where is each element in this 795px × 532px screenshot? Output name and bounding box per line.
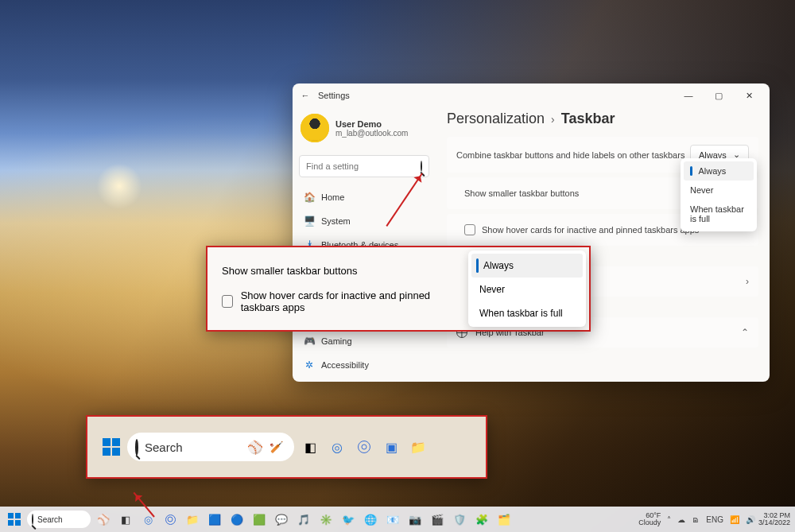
app-title: Settings bbox=[318, 91, 350, 100]
zoom-start-button[interactable] bbox=[100, 436, 122, 458]
onedrive-icon[interactable]: ☁ bbox=[677, 515, 685, 524]
taskbar-search-text: Search bbox=[37, 515, 63, 524]
taskbar-app-icon[interactable]: 🟦 bbox=[205, 510, 224, 529]
smaller-buttons-dropdown: Always Never When taskbar is full bbox=[681, 158, 757, 231]
user-block[interactable]: User Demo m_lab@outlook.com bbox=[301, 114, 429, 142]
system-icon: 🖥️ bbox=[304, 216, 315, 227]
search-icon bbox=[421, 161, 422, 171]
zoom-label-smaller: Show smaller taskbar buttons bbox=[222, 265, 454, 277]
sidebar-item-system[interactable]: 🖥️System bbox=[299, 211, 429, 231]
breadcrumb-parent[interactable]: Personalization bbox=[447, 111, 545, 127]
taskbar-baseball-icon[interactable]: ⚾ bbox=[94, 510, 113, 529]
sidebar-item-gaming[interactable]: 🎮Gaming bbox=[299, 331, 429, 351]
tray-chevron-icon[interactable]: ˄ bbox=[667, 515, 671, 524]
taskbar-app-icon[interactable]: 🐦 bbox=[339, 510, 358, 529]
language-indicator[interactable]: ENG bbox=[706, 515, 723, 524]
search-field[interactable] bbox=[299, 155, 429, 177]
main-panel: Personalization › Taskbar Combine taskba… bbox=[436, 107, 770, 382]
battery-icon[interactable]: 🗈 bbox=[692, 515, 700, 524]
dropdown-option-full[interactable]: When taskbar is full bbox=[684, 200, 754, 228]
sidebar: User Demo m_lab@outlook.com 🏠Home 🖥️Syst… bbox=[293, 107, 436, 382]
minimize-button[interactable]: — bbox=[674, 86, 703, 105]
taskbar-clock[interactable]: 3:02 PM 3/14/2022 bbox=[758, 512, 790, 526]
bat-icon: 🏏 bbox=[270, 441, 283, 453]
taskbar-app-icon[interactable]: 🟩 bbox=[250, 510, 269, 529]
taskbar-app-icon[interactable]: ✳️ bbox=[316, 510, 335, 529]
search-icon bbox=[32, 515, 33, 524]
taskbar-search[interactable]: Search bbox=[27, 511, 91, 528]
zoom-hover-row[interactable]: Show hover cards for inactive and pinned… bbox=[222, 289, 454, 313]
taskbar-app-icon[interactable]: 🌐 bbox=[361, 510, 380, 529]
taskbar-explorer-icon[interactable]: 📁 bbox=[183, 510, 202, 529]
taskbar-taskview-icon[interactable]: ◧ bbox=[116, 510, 135, 529]
user-email: m_lab@outlook.com bbox=[335, 129, 408, 138]
zoom-store-icon[interactable]: ▣ bbox=[380, 436, 402, 458]
accessibility-icon: ✲ bbox=[304, 359, 315, 371]
zoom-taskview-icon[interactable]: ◧ bbox=[299, 436, 321, 458]
breadcrumb: Personalization › Taskbar bbox=[447, 111, 758, 127]
search-icon bbox=[135, 441, 138, 454]
system-tray[interactable]: ˄ ☁ 🗈 ENG 📶 🔊 bbox=[667, 515, 755, 524]
zoom-callout-taskbar: Search ⚾ 🏏 ◧ ◎ ▣ 📁 bbox=[86, 415, 487, 479]
windows-logo-icon bbox=[103, 438, 120, 456]
dropdown-option-never[interactable]: Never bbox=[684, 181, 754, 200]
zoom-option-never[interactable]: Never bbox=[471, 278, 583, 301]
zoom-explorer-icon[interactable]: 📁 bbox=[407, 436, 429, 458]
zoom-hover-checkbox[interactable] bbox=[222, 295, 233, 308]
zoom-label-hover: Show hover cards for inactive and pinned… bbox=[241, 289, 454, 313]
close-button[interactable]: ✕ bbox=[735, 86, 763, 105]
dropdown-option-always[interactable]: Always bbox=[684, 161, 754, 181]
taskbar-app-icon[interactable]: 🧩 bbox=[472, 510, 491, 529]
taskbar-weather[interactable]: 60°F Cloudy bbox=[638, 512, 661, 526]
settings-window: ← Settings — ▢ ✕ User Demo m_lab@outlook… bbox=[293, 83, 770, 382]
zoom-copilot-icon[interactable]: ◎ bbox=[326, 436, 348, 458]
taskbar-app-icon[interactable]: 🎬 bbox=[428, 510, 447, 529]
search-input[interactable] bbox=[306, 161, 421, 171]
volume-icon[interactable]: 🔊 bbox=[746, 515, 755, 524]
start-button[interactable] bbox=[5, 510, 24, 529]
taskbar-app-icon[interactable]: 🛡️ bbox=[450, 510, 469, 529]
taskbar-app-icon[interactable]: 🎵 bbox=[294, 510, 313, 529]
taskbar-app-icon[interactable]: 📷 bbox=[405, 510, 425, 529]
window-titlebar: ← Settings — ▢ ✕ bbox=[293, 83, 770, 107]
zoom-search-text: Search bbox=[145, 441, 241, 454]
sidebar-item-accessibility[interactable]: ✲Accessibility bbox=[299, 355, 429, 375]
chevron-right-icon: › bbox=[746, 276, 749, 287]
baseball-icon: ⚾ bbox=[247, 440, 263, 455]
taskbar-app-icon[interactable]: 📧 bbox=[383, 510, 402, 529]
taskbar-app-icon[interactable]: 💬 bbox=[272, 510, 291, 529]
back-button[interactable]: ← bbox=[299, 91, 312, 100]
setting-label: Combine taskbar buttons and hide labels … bbox=[456, 150, 690, 160]
taskbar: Search ⚾ ◧ ◎ 📁 🟦 🔵 🟩 💬 🎵 ✳️ 🐦 🌐 📧 📷 🎬 🛡️… bbox=[0, 507, 795, 532]
zoom-search-pill[interactable]: Search ⚾ 🏏 bbox=[127, 433, 294, 461]
zoom-option-always[interactable]: Always bbox=[471, 254, 583, 278]
taskbar-copilot-icon[interactable]: ◎ bbox=[138, 510, 157, 529]
wifi-icon[interactable]: 📶 bbox=[730, 515, 739, 524]
avatar bbox=[301, 114, 329, 142]
zoom-settings-icon[interactable] bbox=[353, 436, 375, 458]
maximize-button[interactable]: ▢ bbox=[704, 86, 733, 105]
home-icon: 🏠 bbox=[304, 192, 315, 203]
windows-logo-icon bbox=[8, 513, 21, 526]
chevron-up-icon: ⌃ bbox=[741, 327, 749, 338]
zoom-option-full[interactable]: When taskbar is full bbox=[471, 301, 583, 325]
taskbar-app-icon[interactable]: 🗂️ bbox=[494, 510, 514, 529]
chevron-right-icon: › bbox=[551, 113, 555, 126]
breadcrumb-current: Taskbar bbox=[561, 111, 615, 127]
zoom-callout-settings: Show smaller taskbar buttons Show hover … bbox=[206, 246, 591, 332]
zoom-dropdown: Always Never When taskbar is full bbox=[468, 250, 586, 327]
user-name: User Demo bbox=[335, 119, 408, 129]
taskbar-app-icon[interactable]: 🔵 bbox=[227, 510, 246, 529]
hover-checkbox[interactable] bbox=[464, 224, 475, 235]
gaming-icon: 🎮 bbox=[304, 336, 315, 347]
taskbar-settings-icon[interactable] bbox=[161, 510, 180, 529]
